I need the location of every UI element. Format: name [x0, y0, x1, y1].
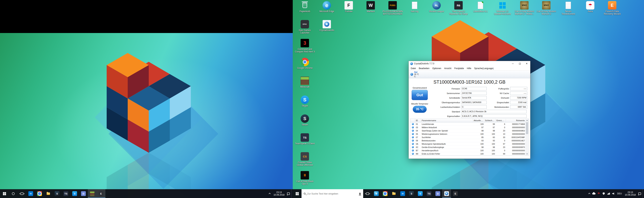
window-titlebar[interactable]: CrystalDiskInfo 7.7.0 × [409, 61, 530, 66]
desktop-icon-rainbow-six-siege[interactable]: R6 Tom Clancy's Rainbow Six Siege [448, 1, 469, 20]
scroll-down-arrow[interactable] [526, 153, 528, 155]
menu-item-optionen[interactable]: Optionen [431, 67, 443, 70]
smart-row-wiederzugewiesene-sektoren[interactable]: 05 Wiederzugewiesene Sektoren 100 100 10… [410, 132, 528, 136]
action-center-icon[interactable] [287, 191, 290, 196]
taskbar-clock[interactable]: 23:13 10.09.2018 [272, 191, 286, 196]
scrollbar-thumb[interactable] [526, 122, 528, 134]
status-ok-dot [412, 153, 414, 155]
taskbar-app-file-explorer[interactable] [44, 189, 53, 198]
desktop-icon-windows-10-update-assistent[interactable]: Windows 10 Update-Assistent [492, 1, 513, 20]
show-desktop-button[interactable] [642, 189, 644, 198]
menu-item-hilfe[interactable]: Hilfe [466, 67, 473, 70]
desktop-icon-hals-log[interactable]: hals.log [404, 1, 425, 20]
desktop-icon-command-and-conquer-red-alert-3[interactable]: 3 Command and Conquer Red Alert 3 [294, 39, 315, 57]
taskbar-app-crystaldiskinfo[interactable] [442, 189, 451, 198]
window-title: CrystalDiskInfo 7.7.0 [414, 62, 434, 65]
desktop-icon-cod-mw2[interactable]: MW2 Call of Duty Modern Warfare 2 [536, 1, 556, 20]
taskbar-app-epic-games[interactable]: E [451, 189, 460, 198]
task-view-button[interactable] [18, 189, 26, 198]
smart-row-lesefehlerrate[interactable]: 01 Lesefehlerrate 109 99 6 000001774868 [410, 123, 528, 126]
scroll-up-arrow[interactable] [526, 119, 528, 122]
taskbar-app-mail[interactable]: ✉ [26, 189, 35, 198]
taskbar-search[interactable] [302, 189, 363, 198]
desktop-icon-steam[interactable]: S Steam [294, 114, 315, 133]
taskbar-app-file-explorer[interactable] [390, 189, 398, 198]
action-center-icon[interactable] [638, 191, 641, 196]
desktop-icon-image: R6 [454, 1, 463, 10]
field-label: Schnittstelle [430, 97, 461, 99]
taskbar-app-steam[interactable]: S [407, 189, 416, 198]
desktop-icon-epic-games-launcher[interactable]: EPIC Epic Games Launcher [294, 20, 315, 38]
maximize-button[interactable] [516, 61, 523, 66]
desktop-icon-crystaldiskinfo[interactable]: CrystalDiskInfo [316, 20, 337, 38]
drive-selector[interactable]: Gut 35 °C C: [409, 71, 530, 78]
header-parametername: Parametername [421, 119, 473, 122]
taskbar-app-discord[interactable]: D [79, 189, 88, 198]
desktop-icon-rocket-league[interactable]: RL Rocket League [426, 1, 447, 20]
desktop-icon-cod-mw2-multiplayer[interactable]: MW2 Call of Duty Modern Warfare 2 - Mult… [514, 1, 534, 20]
taskbar-app-steam[interactable]: S [53, 189, 62, 198]
tray-icon-volume[interactable] [612, 191, 615, 196]
desktop-icon-teamspeak-3-client[interactable]: TS TeamSpeak 3 Client [294, 133, 315, 152]
taskbar-app-teamspeak[interactable]: TS [62, 189, 70, 198]
tray-icon-avira[interactable]: ☂ [597, 191, 600, 196]
chevron-up-icon[interactable] [268, 191, 271, 196]
taskbar-search-input[interactable] [307, 192, 358, 195]
chevron-up-icon[interactable] [588, 191, 591, 196]
start-button[interactable] [293, 189, 302, 198]
tray-icon-onedrive[interactable] [592, 191, 596, 196]
taskbar-app-mail[interactable]: ✉ [398, 189, 407, 198]
task-view-button[interactable] [363, 189, 372, 198]
taskbar-app-edge[interactable]: e [372, 189, 381, 198]
menu-item-ansicht[interactable]: Ansicht [443, 67, 453, 70]
menu-item-bearbeiten[interactable]: Bearbeiten [417, 67, 431, 70]
cortana-button[interactable] [9, 189, 18, 198]
smart-row-mittlere-anlaufzeit[interactable]: 03 Mittlere Anlaufzeit 97 97 0 000000000… [410, 126, 528, 129]
smart-row-misslungene-spindelanl-ufe[interactable]: 0A Misslungene Spindelanläufe 100 100 97… [410, 142, 528, 146]
desktop-icon-skype[interactable]: S Skype [294, 95, 315, 114]
desktop-icon-microsoft-edge[interactable]: e Microsoft Edge [316, 1, 337, 20]
smart-scrollbar[interactable] [526, 119, 528, 155]
desktop-icon-playerunknowns-battlegrounds[interactable]: PUBG PLAYERUNKNOWN'S BATTLEGROUNDS [382, 1, 403, 20]
smart-row-suchfehler[interactable]: 07 Suchfehler 85 60 30 0000154FD98F [410, 136, 528, 139]
desktop-icon-warface[interactable]: W Warface [360, 1, 381, 20]
desktop-icon-google-chrome[interactable]: Google Chrome [294, 58, 315, 76]
tray-icon-defender[interactable] [602, 191, 606, 196]
desktop-icon-call-of-duty-black-ops-ii[interactable]: II Call of Duty Black Ops II [294, 171, 315, 189]
taskbar-app-chrome[interactable] [35, 189, 44, 198]
smart-row-herstellerspezifisch[interactable]: B7 Herstellerspezifisch 100 100 0 000000… [410, 149, 528, 152]
desktop-icon-minecraft[interactable]: Minecraft [294, 77, 315, 95]
desktop-icon-fortnite[interactable]: F Fortnite [338, 1, 359, 20]
taskbar-app-discord[interactable]: D [434, 189, 442, 198]
taskbar-app-skype[interactable]: S [70, 189, 79, 198]
smart-row-betriebsstunden[interactable]: 09 Betriebsstunden 93 93 0 000000001AE7 [410, 139, 528, 142]
smart-row-ger-te-einschaltvorg-nge[interactable]: 0C Geräte-Einschaltvorgänge 98 98 20 000… [410, 146, 528, 149]
desktop-icon-avira[interactable]: ☂ Avira [580, 1, 600, 20]
desktop-icon-papierkorb[interactable]: Papierkorb [294, 1, 315, 20]
taskbar-app-teamspeak[interactable]: TS [425, 189, 434, 198]
menu-item-festplatte[interactable]: Festplatte [453, 67, 466, 70]
desktop-icon-label: Google Chrome [295, 67, 315, 69]
menu-item-sprache-language[interactable]: Sprache(Language) [473, 67, 495, 70]
desktop-icon-libreoffice[interactable]: LibreOffice 6.1 [470, 1, 491, 20]
health-status-badge[interactable]: Gut [412, 90, 428, 100]
language-indicator[interactable]: DEU [616, 192, 622, 195]
smart-row-ende-zu-ende-fehler[interactable]: B8 Ende-zu-Ende-Fehler 100 100 99 000000… [410, 152, 528, 155]
show-desktop-button[interactable] [291, 189, 292, 198]
tray-icon-network[interactable] [607, 191, 610, 196]
system-tray-left: 23:13 10.09.2018 [268, 189, 293, 198]
taskbar-clock[interactable]: 23:13 10.09.2018 [624, 191, 637, 196]
taskbar-app-epic-games[interactable]: E [96, 189, 106, 198]
taskbar-app-minecraft[interactable] [88, 189, 96, 198]
desktop-icon-counter-strike-global-offensive[interactable]: CS Counter-Strike Global Offensive [294, 152, 315, 170]
menu-item-datei[interactable]: Datei [409, 67, 417, 70]
desktop-icon-neues-textdokument[interactable]: Neues Textdokument [558, 1, 578, 20]
desktop-icon-easeus-data-recovery-wizard[interactable]: E EaseUS Data Recovery Wizard [602, 1, 622, 20]
microphone-icon[interactable] [359, 193, 360, 195]
start-button[interactable] [0, 189, 9, 198]
smart-row-start-stopp-zyklen-der-spindel[interactable]: 04 Start/Stopp-Zyklen der Spindel 98 98 … [410, 129, 528, 132]
taskbar-app-chrome[interactable] [381, 189, 390, 198]
taskbar-app-skype[interactable]: S [416, 189, 425, 198]
minimize-button[interactable] [509, 61, 516, 66]
close-button[interactable]: × [523, 61, 530, 66]
